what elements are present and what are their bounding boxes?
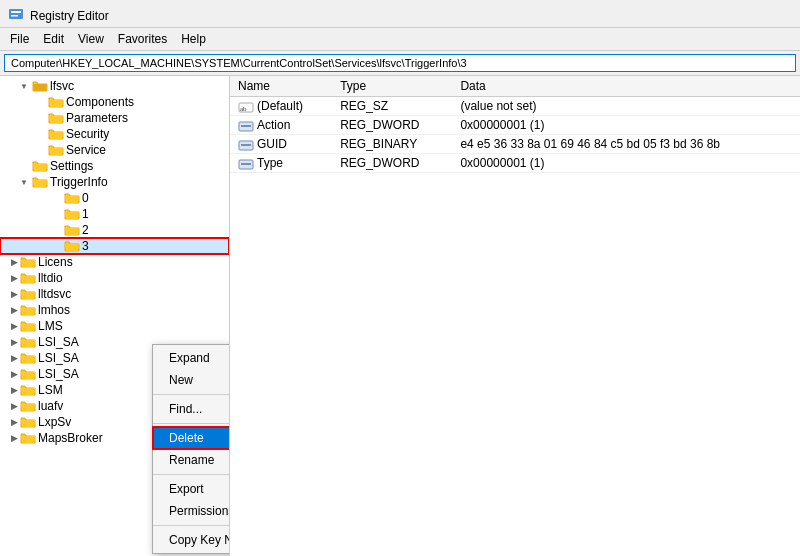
tree-label-lsi-sa1: LSI_SA — [38, 335, 79, 349]
svg-rect-0 — [9, 9, 23, 19]
tree-label-ti3: 3 — [82, 239, 89, 253]
table-row[interactable]: TypeREG_DWORD0x00000001 (1) — [230, 154, 800, 173]
tree-label-triggerinfo: TriggerInfo — [50, 175, 108, 189]
folder-icon-lltdsvc — [20, 288, 36, 300]
folder-icon-components — [48, 96, 64, 108]
table-row[interactable]: ActionREG_DWORD0x00000001 (1) — [230, 116, 800, 135]
address-bar[interactable] — [4, 54, 796, 72]
menu-favorites[interactable]: Favorites — [112, 30, 173, 48]
tree-label-lltdio: lltdio — [38, 271, 63, 285]
ctx-delete[interactable]: Delete — [153, 427, 230, 449]
tree-item-lltdio[interactable]: ▶ lltdio — [0, 270, 229, 286]
tree-item-components[interactable]: Components — [0, 94, 229, 110]
folder-icon-lmhosts — [20, 304, 36, 316]
tree-item-settings[interactable]: Settings — [0, 158, 229, 174]
ctx-find[interactable]: Find... — [153, 398, 230, 420]
folder-icon-security — [48, 128, 64, 140]
folder-icon-lxpsvc — [20, 416, 36, 428]
tree-item-lltdsvc[interactable]: ▶ lltdsvc — [0, 286, 229, 302]
title-bar: Registry Editor — [0, 0, 800, 28]
tree-item-ti3[interactable]: 3 — [0, 238, 229, 254]
tree-label-lxpsvc: LxpSv — [38, 415, 71, 429]
tree-label-luafv: luafv — [38, 399, 63, 413]
svg-rect-1 — [11, 11, 21, 13]
folder-icon-luafv — [20, 400, 36, 412]
col-name: Name — [230, 76, 332, 97]
menu-help[interactable]: Help — [175, 30, 212, 48]
folder-icon-lsm — [20, 384, 36, 396]
folder-icon-settings — [32, 160, 48, 172]
tree-label-security: Security — [66, 127, 109, 141]
tree-label-lsi-sa2: LSI_SA — [38, 351, 79, 365]
tree-label-ti0: 0 — [82, 191, 89, 205]
tree-label-lsm: LSM — [38, 383, 63, 397]
tree-item-ti1[interactable]: 1 — [0, 206, 229, 222]
ctx-new[interactable]: New ▶ — [153, 369, 230, 391]
tree-label-lsi-sa3: LSI_SA — [38, 367, 79, 381]
svg-rect-8 — [241, 144, 251, 146]
tree-item-triggerinfo[interactable]: ▼ TriggerInfo — [0, 174, 229, 190]
tree-arrow-triggerinfo: ▼ — [16, 178, 32, 187]
folder-icon-lltdio — [20, 272, 36, 284]
main-content: ▼ lfsvc Components Parameters — [0, 75, 800, 556]
ctx-sep3 — [153, 474, 230, 475]
folder-icon-parameters — [48, 112, 64, 124]
col-type: Type — [332, 76, 452, 97]
col-data: Data — [452, 76, 800, 97]
tree-label-lms: LMS — [38, 319, 63, 333]
tree-label-service: Service — [66, 143, 106, 157]
tree-item-service[interactable]: Service — [0, 142, 229, 158]
ctx-copy-key-name[interactable]: Copy Key Name — [153, 529, 230, 551]
app-title: Registry Editor — [30, 9, 109, 23]
tree-label-mapsbroker: MapsBroker — [38, 431, 103, 445]
tree-arrow-lfsvc: ▼ — [16, 82, 32, 91]
tree-item-ti2[interactable]: 2 — [0, 222, 229, 238]
folder-icon-lsi-sa1 — [20, 336, 36, 348]
registry-table: Name Type Data ab(Default)REG_SZ(value n… — [230, 76, 800, 173]
menu-view[interactable]: View — [72, 30, 110, 48]
folder-icon-licens — [20, 256, 36, 268]
svg-rect-10 — [241, 163, 251, 165]
folder-icon-service — [48, 144, 64, 156]
svg-rect-6 — [241, 125, 251, 127]
tree-label-licens: Licens — [38, 255, 73, 269]
ctx-export[interactable]: Export — [153, 478, 230, 500]
ctx-permissions[interactable]: Permissions... — [153, 500, 230, 522]
ctx-sep2 — [153, 423, 230, 424]
tree-panel[interactable]: ▼ lfsvc Components Parameters — [0, 76, 230, 556]
menu-file[interactable]: File — [4, 30, 35, 48]
tree-item-security[interactable]: Security — [0, 126, 229, 142]
ctx-rename[interactable]: Rename — [153, 449, 230, 471]
folder-icon-lsi-sa3 — [20, 368, 36, 380]
tree-item-lmhosts[interactable]: ▶ lmhos — [0, 302, 229, 318]
tree-item-lfsvc[interactable]: ▼ lfsvc — [0, 78, 229, 94]
tree-label-lmhosts: lmhos — [38, 303, 70, 317]
regedit-icon — [8, 6, 24, 25]
folder-icon-lfsvc — [32, 80, 48, 92]
tree-item-licens[interactable]: ▶ Licens — [0, 254, 229, 270]
tree-item-lms[interactable]: ▶ LMS — [0, 318, 229, 334]
tree-item-parameters[interactable]: Parameters — [0, 110, 229, 126]
folder-icon-ti2 — [64, 224, 80, 236]
tree-label-ti2: 2 — [82, 223, 89, 237]
svg-text:ab: ab — [240, 105, 247, 113]
table-row[interactable]: GUIDREG_BINARYe4 e5 36 33 8a 01 69 46 84… — [230, 135, 800, 154]
tree-item-ti0[interactable]: 0 — [0, 190, 229, 206]
folder-icon-ti1 — [64, 208, 80, 220]
tree-label-lfsvc: lfsvc — [50, 79, 74, 93]
right-panel: Name Type Data ab(Default)REG_SZ(value n… — [230, 76, 800, 556]
tree-label-settings: Settings — [50, 159, 93, 173]
context-menu: Expand New ▶ Find... Delete Rename Expor… — [152, 344, 230, 554]
folder-icon-ti0 — [64, 192, 80, 204]
menu-edit[interactable]: Edit — [37, 30, 70, 48]
folder-icon-lms — [20, 320, 36, 332]
folder-icon-ti3 — [64, 240, 80, 252]
folder-icon-mapsbroker — [20, 432, 36, 444]
ctx-sep4 — [153, 525, 230, 526]
table-row[interactable]: ab(Default)REG_SZ(value not set) — [230, 97, 800, 116]
ctx-expand[interactable]: Expand — [153, 347, 230, 369]
tree-label-ti1: 1 — [82, 207, 89, 221]
ctx-sep1 — [153, 394, 230, 395]
tree-label-lltdsvc: lltdsvc — [38, 287, 71, 301]
svg-rect-2 — [11, 15, 18, 17]
